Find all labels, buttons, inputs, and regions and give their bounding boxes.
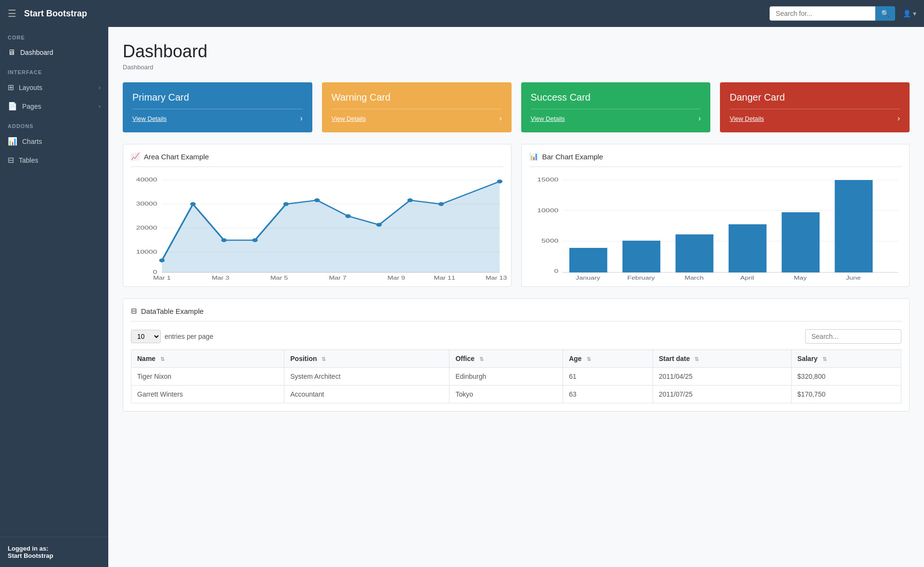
search-form: 🔍	[770, 6, 895, 21]
sidebar-section-interface: INTERFACE ⊞ Layouts › 📄 Pages ›	[0, 62, 108, 116]
charts-icon: 📊	[8, 137, 17, 146]
menu-toggle-button[interactable]: ☰	[8, 8, 16, 19]
bar-chart-wrapper: 15000 10000 5000 0	[529, 173, 902, 279]
warning-card-link-row: View Details ›	[332, 109, 502, 123]
sort-icon-salary: ⇅	[822, 356, 827, 362]
cards-row: Primary Card View Details › Warning Card…	[123, 82, 910, 132]
svg-text:June: June	[846, 275, 860, 281]
success-card-title: Success Card	[531, 92, 701, 103]
svg-rect-38	[622, 241, 660, 272]
svg-text:May: May	[794, 275, 807, 281]
svg-point-15	[283, 202, 289, 206]
cell-startdate-1: 2011/07/25	[653, 386, 791, 403]
datatable-title: DataTable Example	[141, 307, 204, 315]
sidebar-item-label-charts: Charts	[22, 138, 42, 145]
sidebar-item-label-layouts: Layouts	[19, 84, 42, 91]
table-row: Tiger Nixon System Architect Edinburgh 6…	[131, 368, 901, 386]
primary-card-link[interactable]: View Details	[132, 115, 167, 122]
sort-icon-age: ⇅	[587, 356, 591, 362]
svg-text:0: 0	[554, 268, 558, 274]
search-input[interactable]	[770, 6, 875, 21]
svg-text:Mar 1: Mar 1	[153, 275, 171, 281]
top-navbar: ☰ Start Bootstrap 🔍 👤 ▾	[0, 0, 924, 27]
entries-select[interactable]: 10 25 50 100	[131, 330, 161, 343]
svg-point-16	[314, 198, 320, 202]
search-button[interactable]: 🔍	[875, 6, 895, 21]
area-chart-header: 📈 Area Chart Example	[131, 152, 503, 167]
cell-position-0: System Architect	[284, 368, 449, 386]
sidebar-footer-label: Logged in as:	[8, 545, 101, 552]
bar-chart-icon: 📊	[529, 152, 539, 161]
col-header-position[interactable]: Position ⇅	[284, 350, 449, 368]
col-header-name[interactable]: Name ⇅	[131, 350, 284, 368]
svg-text:Mar 3: Mar 3	[212, 275, 230, 281]
col-header-office[interactable]: Office ⇅	[449, 350, 563, 368]
table-body: Tiger Nixon System Architect Edinburgh 6…	[131, 368, 901, 403]
warning-card: Warning Card View Details ›	[322, 82, 512, 132]
sidebar-item-tables[interactable]: ⊟ Tables	[0, 151, 108, 169]
table-search-input[interactable]	[805, 329, 901, 344]
sidebar-item-dashboard[interactable]: 🖥 Dashboard	[0, 43, 108, 62]
cell-age-0: 61	[563, 368, 653, 386]
svg-point-13	[221, 238, 227, 242]
success-card-arrow: ›	[698, 114, 701, 123]
svg-point-18	[376, 223, 382, 227]
svg-text:April: April	[740, 275, 754, 281]
warning-card-link[interactable]: View Details	[332, 115, 366, 122]
page-title: Dashboard	[123, 41, 910, 62]
datatable-icon: ⊟	[131, 307, 137, 315]
charts-row: 📈 Area Chart Example 40000 30000 20000 1…	[123, 144, 910, 287]
cell-position-1: Accountant	[284, 386, 449, 403]
primary-card: Primary Card View Details ›	[123, 82, 312, 132]
svg-text:10000: 10000	[537, 207, 558, 213]
sidebar-item-charts[interactable]: 📊 Charts	[0, 132, 108, 151]
bar-chart-title: Bar Chart Example	[542, 153, 603, 161]
breadcrumb: Dashboard	[123, 64, 910, 71]
chevron-right-icon: ›	[99, 84, 101, 91]
svg-rect-41	[782, 212, 820, 272]
svg-text:0: 0	[153, 269, 157, 275]
table-head: Name ⇅ Position ⇅ Office ⇅ Age	[131, 350, 901, 368]
table-row: Garrett Winters Accountant Tokyo 63 2011…	[131, 386, 901, 403]
col-header-start-date[interactable]: Start date ⇅	[653, 350, 791, 368]
chevron-right-icon-pages: ›	[99, 103, 101, 110]
svg-text:Mar 5: Mar 5	[270, 275, 288, 281]
layouts-icon: ⊞	[8, 83, 14, 92]
success-card-link-row: View Details ›	[531, 109, 701, 123]
main-content: Dashboard Dashboard Primary Card View De…	[108, 27, 924, 567]
area-chart-title: Area Chart Example	[144, 153, 209, 161]
sidebar-item-layouts[interactable]: ⊞ Layouts ›	[0, 78, 108, 97]
svg-rect-39	[675, 234, 713, 272]
cell-office-0: Edinburgh	[449, 368, 563, 386]
svg-text:10000: 10000	[136, 249, 157, 255]
user-menu[interactable]: 👤 ▾	[903, 10, 916, 17]
dashboard-icon: 🖥	[8, 48, 15, 57]
cell-age-1: 63	[563, 386, 653, 403]
col-header-salary[interactable]: Salary ⇅	[791, 350, 901, 368]
success-card-link[interactable]: View Details	[531, 115, 565, 122]
table-search-group	[805, 329, 901, 344]
cell-salary-0: $320,800	[791, 368, 901, 386]
danger-card-link[interactable]: View Details	[730, 115, 764, 122]
svg-text:March: March	[684, 275, 704, 281]
sidebar-item-pages[interactable]: 📄 Pages ›	[0, 97, 108, 116]
danger-card-arrow: ›	[898, 114, 900, 123]
svg-point-12	[190, 202, 195, 206]
svg-text:Mar 11: Mar 11	[434, 275, 455, 281]
svg-text:15000: 15000	[537, 177, 558, 182]
cell-name-0: Tiger Nixon	[131, 368, 284, 386]
svg-point-19	[407, 198, 412, 202]
sidebar-section-label-interface: INTERFACE	[0, 62, 108, 78]
svg-rect-40	[728, 224, 766, 272]
sidebar-item-label-tables: Tables	[19, 156, 38, 164]
sidebar: CORE 🖥 Dashboard INTERFACE ⊞ Layouts › 📄…	[0, 27, 108, 567]
svg-point-14	[252, 238, 257, 242]
success-card: Success Card View Details ›	[521, 82, 711, 132]
svg-text:January: January	[576, 275, 601, 281]
svg-text:Mar 7: Mar 7	[329, 275, 346, 281]
svg-rect-42	[834, 180, 873, 272]
sort-icon-position: ⇅	[321, 356, 326, 362]
col-header-age[interactable]: Age ⇅	[563, 350, 653, 368]
cell-name-1: Garrett Winters	[131, 386, 284, 403]
area-chart-card: 📈 Area Chart Example 40000 30000 20000 1…	[123, 144, 512, 287]
